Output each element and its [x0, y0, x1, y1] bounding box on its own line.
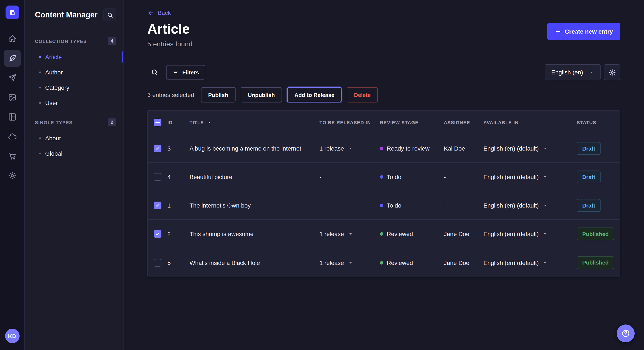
subnav-item-category[interactable]: Category [25, 80, 123, 95]
section-list-collection-types: ArticleAuthorCategoryUser [25, 49, 123, 111]
cell-available-in[interactable]: English (en) (default) [484, 259, 577, 266]
nav-item-settings[interactable] [4, 167, 21, 184]
column-header-review-stage: REVIEW STAGE [380, 120, 444, 125]
cell-assignee: Kai Doe [444, 145, 484, 152]
subnav-item-about[interactable]: About [25, 131, 123, 146]
status-badge: Draft [577, 142, 601, 155]
marketplace-icon [8, 152, 16, 160]
table-row: 2 This shrimp is awesome 1 release Revie… [148, 220, 620, 248]
add-to-release-button[interactable]: Add to Release [287, 87, 342, 103]
section-label: COLLECTION TYPES [35, 38, 87, 44]
delete-button[interactable]: Delete [347, 87, 378, 103]
subnav-item-label: Article [45, 54, 62, 60]
cell-title[interactable]: The internet's Own boy [190, 202, 320, 209]
publish-button[interactable]: Publish [201, 87, 235, 103]
bullet-icon [39, 87, 41, 88]
section-header-collection-types: COLLECTION TYPES4 [25, 34, 123, 48]
cell-title[interactable]: This shrimp is awesome [190, 230, 320, 237]
section-label: SINGLE TYPES [35, 120, 72, 125]
nav-item-content-manager[interactable] [4, 50, 21, 67]
subnav-search-button[interactable] [104, 8, 116, 21]
row-checkbox[interactable] [154, 259, 162, 266]
table-row: 5 What's inside a Black Hole 1 release R… [148, 248, 620, 277]
table-row: 1 The internet's Own boy - To do - Engli… [148, 191, 620, 220]
back-link[interactable]: Back [147, 9, 171, 16]
cell-available-in[interactable]: English (en) (default) [484, 174, 577, 180]
locale-value: English (en) [551, 69, 583, 76]
cell-review-stage: Ready to review [380, 145, 444, 152]
nav-item-home[interactable] [4, 30, 21, 47]
user-avatar[interactable]: KD [5, 329, 20, 343]
cell-available-in[interactable]: English (en) (default) [484, 202, 577, 209]
row-checkbox[interactable] [154, 145, 162, 152]
subnav-item-global[interactable]: Global [25, 146, 123, 161]
select-all-checkbox[interactable] [154, 118, 162, 126]
media-library-icon [8, 93, 16, 102]
subnav-item-label: User [45, 100, 58, 106]
cloud-icon [8, 132, 16, 141]
cell-title[interactable]: Beautiful picture [190, 174, 320, 180]
subnav-item-article[interactable]: Article [25, 49, 123, 65]
cell-review-stage: Reviewed [380, 230, 444, 237]
nav-item-releases[interactable] [4, 69, 21, 86]
bulk-actions-bar: 3 entries selected Publish Unpublish Add… [147, 87, 620, 103]
view-settings-button[interactable] [604, 64, 620, 80]
search-icon [151, 68, 158, 76]
cell-review-stage: To do [380, 202, 444, 209]
unpublish-button[interactable]: Unpublish [240, 87, 282, 103]
cell-title[interactable]: A bug is becoming a meme on the internet [190, 145, 320, 152]
cell-status: Draft [577, 142, 620, 155]
cell-available-in[interactable]: English (en) (default) [484, 230, 577, 237]
cell-review-stage: Reviewed [380, 259, 444, 266]
checkbox-check-icon [155, 146, 160, 151]
help-button[interactable] [617, 325, 635, 342]
column-header-title[interactable]: TITLE [190, 119, 320, 125]
table-body: 3 A bug is becoming a meme on the intern… [148, 134, 620, 277]
caret-down-icon [542, 174, 548, 180]
list-search-button[interactable] [147, 65, 162, 80]
nav-item-marketplace[interactable] [4, 148, 21, 165]
rail-nav-items [4, 30, 21, 184]
create-new-entry-button[interactable]: Create new entry [547, 23, 620, 40]
home-icon [8, 34, 16, 43]
subnav-sections: COLLECTION TYPES4ArticleAuthorCategoryUs… [25, 34, 123, 161]
cell-assignee: - [444, 174, 484, 180]
status-badge: Draft [577, 171, 601, 183]
cell-title[interactable]: What's inside a Black Hole [190, 259, 320, 266]
column-header-assignee: ASSIGNEE [444, 120, 484, 125]
column-header-id[interactable]: ID [168, 120, 190, 125]
strapi-logo[interactable] [5, 5, 19, 19]
table-header-row: ID TITLE TO BE RELEASED IN REVIEW STAGE … [148, 111, 620, 134]
caret-down-icon [347, 146, 353, 151]
nav-item-content-type-builder[interactable] [4, 108, 21, 126]
cell-to-be-released-in[interactable]: 1 release [320, 230, 380, 237]
subnav-item-author[interactable]: Author [25, 65, 123, 80]
row-checkbox[interactable] [154, 173, 162, 181]
checkbox-indeterminate-icon [156, 122, 160, 123]
cell-to-be-released-in[interactable]: 1 release [320, 145, 380, 152]
caret-down-icon [347, 260, 353, 266]
subnav-item-label: Category [45, 84, 70, 91]
locale-select[interactable]: English (en) [545, 64, 600, 80]
search-icon [107, 12, 113, 18]
content-type-builder-icon [8, 113, 16, 121]
entries-count: 5 entries found [147, 40, 192, 48]
plus-icon [554, 28, 561, 35]
main-nav-rail: KD [0, 0, 25, 350]
filters-button[interactable]: Filters [166, 65, 205, 80]
nav-item-media-library[interactable] [4, 89, 21, 106]
cell-status: Draft [577, 199, 620, 212]
row-checkbox[interactable] [154, 201, 162, 209]
cell-id: 3 [168, 145, 190, 152]
cell-status: Published [577, 227, 620, 240]
subnav-item-user[interactable]: User [25, 95, 123, 111]
row-checkbox[interactable] [154, 230, 162, 238]
settings-icon [8, 172, 16, 180]
cell-id: 4 [168, 174, 190, 180]
sort-ascending-icon [206, 119, 212, 125]
section-count-badge: 2 [108, 118, 116, 126]
nav-item-cloud[interactable] [4, 128, 21, 145]
cell-available-in[interactable]: English (en) (default) [484, 145, 577, 152]
bullet-icon [39, 153, 41, 154]
cell-to-be-released-in[interactable]: 1 release [320, 259, 380, 266]
